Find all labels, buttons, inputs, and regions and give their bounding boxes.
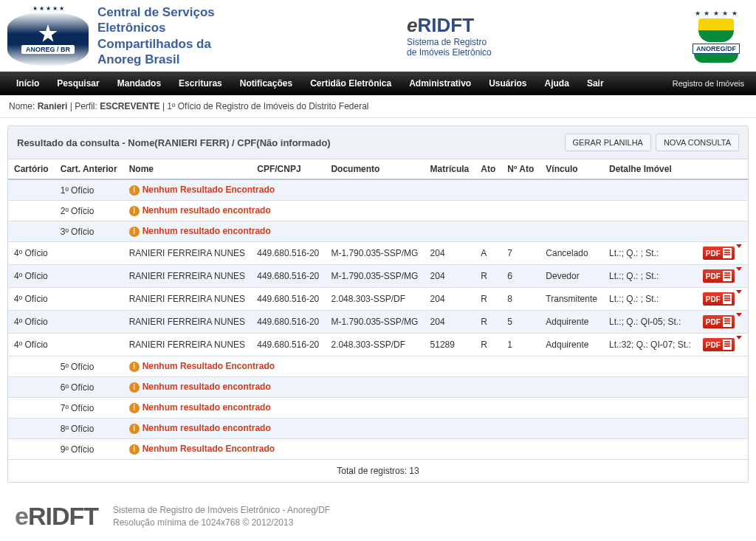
download-arrow-icon — [736, 244, 742, 258]
cell-n-ato: 8 — [501, 288, 540, 311]
cell-matricula: 204 — [425, 265, 475, 288]
cell-cpf: 449.680.516-20 — [251, 265, 325, 288]
download-arrow-icon — [736, 336, 742, 350]
result-panel: Resultado da consulta - Nome(RANIERI FER… — [7, 125, 749, 483]
table-row-empty: 5º OfícioiNenhum Resultado Encontrado — [8, 356, 748, 377]
cell-cart-anterior: 2º Ofício — [55, 201, 123, 221]
nav-ajuda[interactable]: Ajuda — [536, 72, 578, 94]
anoreg-br-band: ANOREG / BR — [21, 45, 75, 54]
app-header: ★★★★★ ANOREG / BR Central de Serviços El… — [0, 0, 756, 72]
info-icon: i — [129, 382, 140, 393]
table-row-empty: 7º OfícioiNenhum resultado encontrado — [8, 398, 748, 418]
footer-line1: Sistema de Registro de Imóveis Eletrônic… — [113, 504, 330, 516]
info-icon: i — [129, 227, 140, 237]
nav-escrituras[interactable]: Escrituras — [170, 72, 231, 94]
cell-doc: M-1.790.035-SSP/MG — [325, 265, 424, 288]
cell-cart-anterior: 6º Ofício — [55, 377, 123, 398]
cell-cpf: 449.680.516-20 — [251, 242, 325, 265]
no-result-msg: Nenhum Resultado Encontrado — [142, 361, 275, 371]
eridft-logo: eRIDFT Sistema de Registro de Imóveis El… — [407, 14, 492, 58]
cell-nome: RANIERI FERREIRA NUNES — [123, 265, 252, 288]
no-result-msg: Nenhum resultado encontrado — [142, 382, 271, 392]
no-result-msg: Nenhum resultado encontrado — [142, 423, 271, 433]
cell-cart-anterior: 9º Ofício — [55, 439, 123, 460]
info-icon: i — [129, 185, 140, 196]
cell-n-ato: 7 — [501, 242, 540, 265]
cell-ato: A — [475, 242, 501, 265]
results-table: Cartório Cart. Anterior Nome CPF/CNPJ Do… — [8, 159, 748, 482]
cell-vinculo: Devedor — [540, 265, 603, 288]
cell-cart-anterior: 8º Ofício — [55, 418, 123, 439]
main-nav: Início Pesquisar Mandados Escrituras Not… — [0, 72, 756, 95]
footer-line2: Resolução mínima de 1024x768 © 2012/2013 — [113, 517, 330, 528]
cell-vinculo: Cancelado — [540, 242, 603, 265]
cell-detalhe: Lt.:; Q.: ; St.: — [603, 242, 697, 265]
info-icon: i — [129, 206, 140, 216]
info-icon: i — [129, 424, 140, 434]
pdf-download-button[interactable]: PDF — [703, 247, 735, 260]
user-office: 1º Ofício de Registro de Imóveis do Dist… — [167, 101, 368, 111]
nav-sair[interactable]: Sair — [578, 72, 613, 94]
col-ato: Ato — [475, 159, 501, 179]
footer: eRIDFT Sistema de Registro de Imóveis El… — [0, 490, 756, 541]
cell-matricula: 51289 — [425, 334, 475, 356]
table-row-empty: 6º OfícioiNenhum resultado encontrado — [8, 377, 748, 398]
cell-detalhe: Lt.:; Q.: QI-05; St.: — [603, 311, 697, 334]
col-cartorio: Cartório — [8, 159, 55, 179]
nav-notificacoes[interactable]: Notificações — [231, 72, 301, 94]
pdf-download-button[interactable]: PDF — [703, 315, 735, 328]
nav-administrativo[interactable]: Administrativo — [400, 72, 480, 94]
cell-matricula: 204 — [425, 242, 475, 265]
cell-ato: R — [475, 311, 501, 334]
download-arrow-icon — [736, 267, 742, 281]
cell-nome: RANIERI FERREIRA NUNES — [123, 311, 252, 334]
pdf-download-button[interactable]: PDF — [703, 292, 735, 306]
nav-mandados[interactable]: Mandados — [109, 72, 170, 94]
star-icon — [38, 24, 58, 44]
no-result-msg: Nenhum Resultado Encontrado — [142, 444, 275, 454]
anoreg-br-logo: ★★★★★ ANOREG / BR — [7, 5, 89, 66]
no-result-msg: Nenhum Resultado Encontrado — [142, 185, 275, 195]
nav-usuarios[interactable]: Usuários — [480, 72, 535, 94]
no-result-msg: Nenhum resultado encontrado — [142, 402, 271, 413]
table-row: 4º OfícioRANIERI FERREIRA NUNES449.680.5… — [8, 242, 748, 265]
pdf-download-button[interactable]: PDF — [703, 338, 735, 351]
nav-pesquisar[interactable]: Pesquisar — [48, 72, 108, 94]
header-title: Central de Serviços Eletrônicos Comparti… — [97, 4, 215, 67]
cell-doc: 2.048.303-SSP/DF — [325, 288, 424, 311]
info-icon: i — [129, 362, 140, 372]
col-cart-anterior: Cart. Anterior — [55, 159, 123, 179]
no-result-msg: Nenhum resultado encontrado — [142, 226, 271, 236]
cell-cart-anterior: 5º Ofício — [55, 356, 123, 377]
cell-nome: RANIERI FERREIRA NUNES — [123, 334, 252, 356]
cell-vinculo: Adquirente — [540, 334, 603, 356]
info-icon: i — [129, 444, 140, 455]
nova-consulta-button[interactable]: NOVA CONSULTA — [656, 134, 739, 151]
nav-context: Registro de Imóveis — [673, 79, 749, 88]
download-arrow-icon — [736, 313, 742, 327]
cell-matricula: 204 — [425, 288, 475, 311]
cell-cart-anterior: 1º Ofício — [55, 179, 123, 201]
cell-cart-anterior: 7º Ofício — [55, 398, 123, 418]
download-arrow-icon — [736, 290, 742, 304]
cell-doc: 2.048.303-SSP/DF — [325, 334, 424, 356]
cell-doc: M-1.790.035-SSP/MG — [325, 242, 424, 265]
cell-n-ato: 6 — [501, 265, 540, 288]
table-row-empty: 8º OfícioiNenhum resultado encontrado — [8, 418, 748, 439]
pdf-download-button[interactable]: PDF — [703, 269, 735, 283]
cell-nome: RANIERI FERREIRA NUNES — [123, 288, 252, 311]
cell-cpf: 449.680.516-20 — [251, 334, 325, 356]
col-detalhe: Detalhe Imóvel — [603, 159, 697, 179]
total-registros: Total de registros: 13 — [8, 460, 748, 483]
table-row-empty: 3º OfícioiNenhum resultado encontrado — [8, 221, 748, 242]
document-icon — [723, 340, 732, 350]
gerar-planilha-button[interactable]: GERAR PLANILHA — [565, 134, 651, 151]
cell-cartorio: 4º Ofício — [8, 265, 55, 288]
cell-ato: R — [475, 265, 501, 288]
nav-inicio[interactable]: Início — [7, 72, 48, 94]
anoreg-df-logo: ★ ★ ★ ★ ★ ANOREG/DF — [684, 10, 749, 63]
col-documento: Documento — [325, 159, 424, 179]
cell-vinculo: Adquirente — [540, 311, 603, 334]
cell-n-ato: 1 — [501, 334, 540, 356]
nav-certidao[interactable]: Certidão Eletrônica — [301, 72, 400, 94]
